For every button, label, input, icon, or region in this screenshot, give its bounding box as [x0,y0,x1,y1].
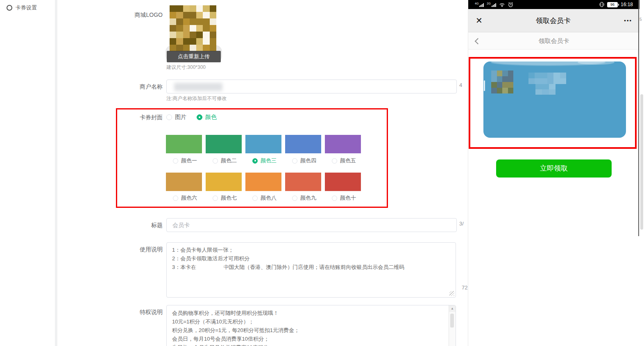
color-label: 颜色九 [300,194,316,202]
color-swatch-4[interactable] [285,135,321,153]
radio-icon [213,196,218,201]
cover-option-image-label: 图片 [175,114,186,121]
battery-icon: 96 [607,2,618,7]
color-radio-2[interactable]: 颜色二 [213,157,237,164]
alarm-clock-icon [508,2,513,7]
merchant-note: 注:商户名称添加后不可修改 [166,95,227,102]
color-swatch-6[interactable] [166,173,202,191]
usage-line-2: 2：会员卡领取激活后才可用积分 [172,254,404,263]
phone-header-title: 领取会员卡 [483,16,624,25]
color-label: 颜色五 [340,157,356,164]
usage-counter: 72 [462,285,467,291]
sidebar-item-label: 卡券设置 [16,4,37,11]
color-label: 颜色四 [300,157,316,164]
color-radio-7[interactable]: 颜色七 [213,194,237,202]
card-blurred-text [528,84,556,95]
vibrate-icon [599,2,604,7]
usage-line-3: 3：本卡在中国大陆（香港、澳门除外）门店使用；请在结账前向收银员出示会员二维码 [172,263,404,271]
card-edge-highlight [484,80,485,91]
radio-selected-icon [252,158,258,164]
privilege-line-3: 积分兑换，20积分=1元，每20积分可抵扣1元消费金； [172,326,299,335]
color-swatch-1[interactable] [166,135,202,153]
claim-now-button[interactable]: 立即领取 [496,159,612,178]
color-radio-4[interactable]: 颜色四 [292,157,316,164]
color-label: 颜色一 [181,157,197,164]
sidebar-divider [55,0,57,346]
radio-icon [173,196,178,201]
radio-icon [332,158,337,164]
color-swatch-7[interactable] [206,173,242,191]
title-counter: 3/ [459,221,464,227]
privilege-field-label: 特权说明 [140,309,163,316]
title-input[interactable]: 会员卡 [166,218,457,232]
radio-icon [166,114,172,120]
clipped-edge-text: 5 [639,17,642,22]
redacted-brand-name [197,264,222,271]
more-menu-icon[interactable]: ••• [624,18,632,24]
signal-4g-icon: 4G [475,2,484,7]
merchant-name-input[interactable] [166,80,457,93]
mall-logo-image[interactable] [170,5,216,51]
privilege-textarea[interactable]: 会员购物享积分，还可随时使用积分抵现哦！ 10元=1积分（不满10元无积分）； … [166,305,456,346]
color-swatch-2[interactable] [206,135,242,153]
radio-selected-icon [197,114,202,120]
radio-circle-icon [7,5,12,11]
color-radio-3-selected[interactable]: 颜色三 [252,157,277,164]
usage-line-1: 1：会员卡每人限领一张； [172,246,404,254]
phone-subheader-title: 领取会员卡 [480,37,628,45]
page-root: 卡券设置 商城LOGO 点击重新上传 建议尺寸:300*300 商户名称 4 注… [0,0,644,346]
close-icon[interactable]: ✕ [476,16,483,25]
color-radio-8[interactable]: 颜色八 [252,194,277,202]
color-swatch-8[interactable] [245,173,281,191]
scrollbar-thumb[interactable] [450,314,454,328]
usage-field-label: 使用说明 [140,246,163,253]
color-swatch-9[interactable] [285,173,321,191]
usage-textarea[interactable]: 1：会员卡每人限领一张； 2：会员卡领取激活后才可用积分 3：本卡在中国大陆（香… [166,242,456,298]
sidebar: 卡券设置 [0,0,55,346]
cover-option-color[interactable]: 颜色 [197,114,217,121]
color-label: 颜色八 [261,194,277,202]
sidebar-item-card-settings[interactable]: 卡券设置 [7,4,37,11]
color-radio-10[interactable]: 颜色十 [332,194,356,202]
phone-screenshot-edge [638,0,639,236]
wifi-icon [499,2,505,7]
logo-size-hint: 建议尺寸:300*300 [166,64,206,71]
card-blurred-text [528,73,566,84]
cover-option-image[interactable]: 图片 [166,114,186,121]
privilege-line-5: 生日礼，会员生日月首单消费享20倍积分； [172,343,299,346]
color-radio-6[interactable]: 颜色六 [173,194,197,202]
title-field-label: 标题 [151,222,163,229]
radio-icon [332,196,337,201]
color-swatch-5[interactable] [325,135,361,153]
color-swatch-3[interactable] [245,135,281,153]
scroll-up-arrow-icon[interactable]: ▲ [449,305,456,312]
phone-header: ✕ 领取会员卡 ••• [468,9,639,32]
redacted-merchant-value [174,83,222,91]
privilege-line-2: 10元=1积分（不满10元无积分）； [172,317,299,326]
color-radio-5[interactable]: 颜色五 [332,157,356,164]
page-scrollbar-thumb[interactable] [640,94,643,230]
reupload-button[interactable]: 点击重新上传 [167,51,221,62]
cover-option-color-label: 颜色 [205,114,217,121]
card-blurred-logo [491,71,513,93]
merchant-field-label: 商户名称 [140,83,163,91]
radio-icon [292,196,297,201]
color-label: 颜色十 [340,194,356,202]
textarea-scrollbar[interactable]: ▲ [449,305,456,346]
color-label: 颜色二 [221,157,237,164]
radio-icon [252,196,258,201]
logo-field-label: 商城LOGO [135,11,163,19]
color-radio-9[interactable]: 颜色九 [292,194,316,202]
color-label: 颜色三 [261,157,277,164]
radio-icon [213,158,218,164]
privilege-line-1: 会员购物享积分，还可随时使用积分抵现哦！ [172,309,299,317]
color-label: 颜色六 [181,194,197,202]
cover-field-label: 卡券封面 [140,114,163,121]
textarea-resize-handle-icon[interactable] [449,291,454,296]
color-radio-1[interactable]: 颜色一 [173,157,197,164]
color-swatch-10[interactable] [325,173,361,191]
phone-subheader: 领取会员卡 [468,33,639,50]
merchant-counter: 4 [459,82,462,88]
phone-status-bar: 4G 2G [468,0,639,9]
membership-card-preview [483,61,626,138]
